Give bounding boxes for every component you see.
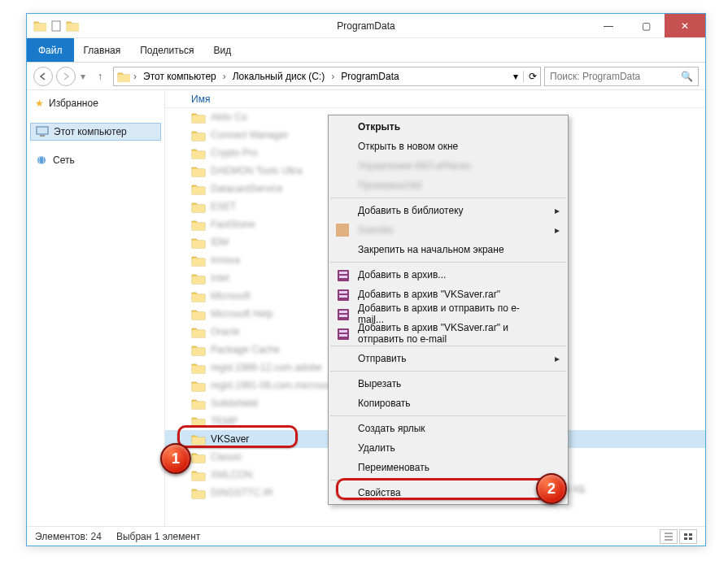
star-icon: ★ <box>35 98 44 109</box>
status-selection: Выбран 1 элемент <box>116 531 200 542</box>
svg-rect-11 <box>689 537 692 540</box>
ctx-properties[interactable]: Свойства <box>329 483 568 502</box>
ribbon: Файл Главная Поделиться Вид <box>27 38 705 63</box>
file-tab[interactable]: Файл <box>27 38 74 62</box>
ctx-open-new-window[interactable]: Открыть в новом окне <box>329 137 568 156</box>
nav-this-computer[interactable]: Этот компьютер <box>30 123 161 141</box>
folder-icon <box>191 469 206 481</box>
nav-network[interactable]: Сеть <box>30 152 161 168</box>
folder-icon <box>191 308 206 320</box>
folder-icon <box>191 129 206 141</box>
ctx-blurred-item[interactable]: Проверкаchild <box>329 176 568 195</box>
properties-icon[interactable] <box>50 20 63 33</box>
breadcrumb-bar[interactable]: › Этот компьютер › Локальный диск (C:) ›… <box>113 67 541 86</box>
annotation-callout-1: 1 <box>160 443 191 474</box>
svg-rect-9 <box>689 533 692 536</box>
status-count: Элементов: 24 <box>35 531 102 542</box>
history-dropdown[interactable]: ▾ <box>79 71 87 82</box>
new-folder-icon[interactable] <box>66 20 79 33</box>
folder-icon <box>191 165 206 177</box>
ctx-add-to-library[interactable]: Добавить в библиотеку▸ <box>329 201 568 220</box>
computer-icon <box>36 126 49 137</box>
refresh-button[interactable]: ⟳ <box>523 71 537 82</box>
column-name[interactable]: Имя <box>191 94 338 105</box>
svg-rect-12 <box>336 224 349 237</box>
folder-icon <box>191 433 206 446</box>
minimize-button[interactable]: — <box>590 14 627 37</box>
svg-rect-4 <box>37 127 48 134</box>
folder-icon <box>191 398 206 410</box>
search-box[interactable]: 🔍 <box>544 67 699 86</box>
forward-button[interactable] <box>56 67 76 86</box>
ctx-send-to[interactable]: Отправить▸ <box>329 349 568 368</box>
rar-icon <box>335 267 350 282</box>
network-icon <box>35 154 48 166</box>
svg-rect-10 <box>684 537 687 540</box>
folder-icon <box>191 290 206 302</box>
ctx-blurred-item[interactable]: Ssendto▸ <box>329 220 568 240</box>
nav-favorites[interactable]: ★ Избранное <box>30 95 161 111</box>
close-button[interactable]: ✕ <box>665 14 705 37</box>
folder-icon <box>191 362 206 374</box>
context-menu: Открыть Открыть в новом окне Управление.… <box>328 115 569 505</box>
back-button[interactable] <box>33 67 53 86</box>
svg-rect-5 <box>40 135 45 137</box>
ctx-pin-start[interactable]: Закрепить на начальном экране <box>329 240 568 259</box>
folder-icon <box>191 415 206 428</box>
folder-icon <box>191 326 206 338</box>
folder-icon <box>191 254 206 267</box>
ctx-rename[interactable]: Переименовать <box>329 458 568 477</box>
titlebar: ProgramData — ▢ ✕ <box>27 14 705 38</box>
crumb-folder[interactable]: ProgramData <box>338 71 402 82</box>
folder-icon <box>191 147 206 159</box>
rar-icon <box>335 326 350 341</box>
view-icons-button[interactable] <box>679 529 697 544</box>
ctx-copy[interactable]: Копировать <box>329 394 568 413</box>
folder-icon <box>117 71 130 82</box>
tab-home[interactable]: Главная <box>74 38 131 62</box>
breadcrumb-dropdown[interactable]: ▾ <box>513 71 518 82</box>
ctx-blurred-item[interactable]: Управление.КВЛ.иPlaces <box>329 156 568 176</box>
navigation-pane: ★ Избранное Этот компьютер Сеть <box>27 90 165 526</box>
ctx-add-archive[interactable]: Добавить в архив... <box>329 265 568 285</box>
svg-rect-3 <box>52 21 60 31</box>
ctx-add-archive-named[interactable]: Добавить в архив "VKSaver.rar" <box>329 285 568 304</box>
status-bar: Элементов: 24 Выбран 1 элемент <box>27 526 705 546</box>
search-input[interactable] <box>550 71 681 82</box>
folder-icon <box>191 344 206 356</box>
ctx-archive-named-email[interactable]: Добавить в архив "VKSaver.rar" и отправи… <box>329 324 568 343</box>
folder-icon <box>191 111 206 124</box>
folder-icon <box>33 20 46 33</box>
svg-rect-8 <box>684 533 687 536</box>
search-icon[interactable]: 🔍 <box>681 71 693 82</box>
folder-icon <box>191 380 206 392</box>
crumb-computer[interactable]: Этот компьютер <box>140 71 220 82</box>
folder-icon <box>191 272 206 285</box>
folder-icon <box>191 219 206 231</box>
ctx-archive-email[interactable]: Добавить в архив и отправить по e-mail..… <box>329 304 568 324</box>
view-details-button[interactable] <box>660 529 678 544</box>
tab-share[interactable]: Поделиться <box>130 38 203 62</box>
svg-point-6 <box>37 156 46 164</box>
up-button[interactable]: ↑ <box>90 67 110 86</box>
qat-icons <box>27 20 79 33</box>
folder-icon <box>191 451 206 463</box>
rar-icon <box>335 287 350 302</box>
app-icon <box>335 223 350 237</box>
address-bar-row: ▾ ↑ › Этот компьютер › Локальный диск (C… <box>27 63 705 90</box>
tab-view[interactable]: Вид <box>203 38 241 62</box>
ctx-open[interactable]: Открыть <box>329 117 568 137</box>
ctx-create-shortcut[interactable]: Создать ярлык <box>329 419 568 438</box>
maximize-button[interactable]: ▢ <box>627 14 665 37</box>
annotation-callout-2: 2 <box>536 473 567 504</box>
ctx-delete[interactable]: Удалить <box>329 438 568 458</box>
folder-icon <box>191 201 206 213</box>
folder-icon <box>191 183 206 195</box>
column-headers: Имя <box>165 90 705 108</box>
rar-icon <box>335 307 350 321</box>
folder-icon <box>191 487 206 499</box>
folder-icon <box>191 237 206 249</box>
ctx-cut[interactable]: Вырезать <box>329 374 568 394</box>
crumb-drive[interactable]: Локальный диск (C:) <box>229 71 329 82</box>
explorer-window: ProgramData — ▢ ✕ Файл Главная Поделитьс… <box>26 13 706 546</box>
